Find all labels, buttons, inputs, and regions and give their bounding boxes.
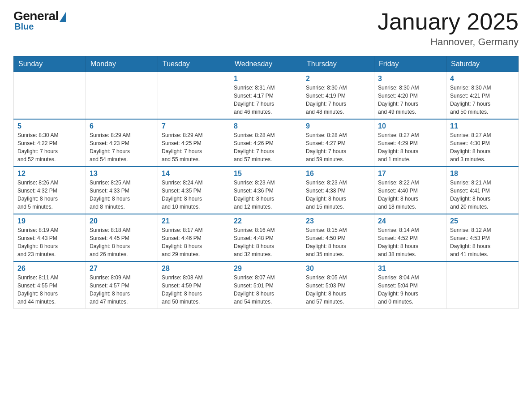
- day-info: Sunrise: 8:16 AM Sunset: 4:48 PM Dayligh…: [234, 226, 298, 258]
- calendar-cell: 28Sunrise: 8:08 AM Sunset: 4:59 PM Dayli…: [158, 261, 230, 309]
- calendar-cell: 19Sunrise: 8:19 AM Sunset: 4:43 PM Dayli…: [14, 214, 86, 261]
- calendar-cell: 27Sunrise: 8:09 AM Sunset: 4:57 PM Dayli…: [86, 261, 158, 309]
- day-number: 18: [450, 170, 515, 178]
- calendar-cell: 15Sunrise: 8:23 AM Sunset: 4:36 PM Dayli…: [230, 167, 302, 214]
- calendar-title: January 2025: [378, 9, 519, 34]
- calendar-cell: 25Sunrise: 8:12 AM Sunset: 4:53 PM Dayli…: [446, 214, 519, 261]
- day-number: 10: [378, 122, 442, 130]
- day-number: 24: [378, 217, 442, 225]
- day-number: 9: [306, 122, 370, 130]
- calendar-cell: 31Sunrise: 8:04 AM Sunset: 5:04 PM Dayli…: [374, 261, 446, 309]
- calendar-week-row: 19Sunrise: 8:19 AM Sunset: 4:43 PM Dayli…: [14, 214, 519, 261]
- day-info: Sunrise: 8:25 AM Sunset: 4:33 PM Dayligh…: [90, 179, 154, 211]
- calendar-header-row: SundayMondayTuesdayWednesdayThursdayFrid…: [14, 56, 519, 72]
- day-info: Sunrise: 8:23 AM Sunset: 4:38 PM Dayligh…: [306, 179, 370, 211]
- day-info: Sunrise: 8:12 AM Sunset: 4:53 PM Dayligh…: [450, 226, 515, 258]
- day-info: Sunrise: 8:26 AM Sunset: 4:32 PM Dayligh…: [17, 179, 82, 211]
- day-number: 28: [162, 265, 226, 273]
- day-number: 2: [306, 75, 370, 83]
- day-number: 1: [234, 75, 298, 83]
- day-info: Sunrise: 8:27 AM Sunset: 4:29 PM Dayligh…: [378, 131, 442, 163]
- day-number: 5: [17, 122, 82, 130]
- day-info: Sunrise: 8:29 AM Sunset: 4:23 PM Dayligh…: [90, 131, 154, 163]
- day-info: Sunrise: 8:30 AM Sunset: 4:22 PM Dayligh…: [17, 131, 82, 163]
- calendar-cell: 24Sunrise: 8:14 AM Sunset: 4:52 PM Dayli…: [374, 214, 446, 261]
- day-info: Sunrise: 8:15 AM Sunset: 4:50 PM Dayligh…: [306, 226, 370, 258]
- day-number: 29: [234, 265, 298, 273]
- day-of-week-header: Wednesday: [230, 56, 302, 72]
- day-number: 17: [378, 170, 442, 178]
- day-number: 22: [234, 217, 298, 225]
- calendar-cell: 7Sunrise: 8:29 AM Sunset: 4:25 PM Daylig…: [158, 119, 230, 167]
- day-number: 27: [90, 265, 154, 273]
- calendar-cell: 9Sunrise: 8:28 AM Sunset: 4:27 PM Daylig…: [302, 119, 374, 167]
- day-info: Sunrise: 8:18 AM Sunset: 4:45 PM Dayligh…: [90, 226, 154, 258]
- calendar-cell: 22Sunrise: 8:16 AM Sunset: 4:48 PM Dayli…: [230, 214, 302, 261]
- calendar-subtitle: Hannover, Germany: [378, 36, 519, 48]
- day-number: 11: [450, 122, 515, 130]
- calendar-cell: 4Sunrise: 8:30 AM Sunset: 4:21 PM Daylig…: [446, 72, 519, 120]
- day-number: 30: [306, 265, 370, 273]
- calendar-cell: 13Sunrise: 8:25 AM Sunset: 4:33 PM Dayli…: [86, 167, 158, 214]
- calendar-cell: 26Sunrise: 8:11 AM Sunset: 4:55 PM Dayli…: [14, 261, 86, 309]
- day-number: 7: [162, 122, 226, 130]
- day-info: Sunrise: 8:30 AM Sunset: 4:20 PM Dayligh…: [378, 84, 442, 116]
- calendar-week-row: 26Sunrise: 8:11 AM Sunset: 4:55 PM Dayli…: [14, 261, 519, 309]
- calendar-cell: 3Sunrise: 8:30 AM Sunset: 4:20 PM Daylig…: [374, 72, 446, 120]
- title-section: January 2025 Hannover, Germany: [378, 9, 519, 48]
- day-of-week-header: Friday: [374, 56, 446, 72]
- day-info: Sunrise: 8:21 AM Sunset: 4:41 PM Dayligh…: [450, 179, 515, 211]
- day-info: Sunrise: 8:29 AM Sunset: 4:25 PM Dayligh…: [162, 131, 226, 163]
- day-info: Sunrise: 8:23 AM Sunset: 4:36 PM Dayligh…: [234, 179, 298, 211]
- day-info: Sunrise: 8:08 AM Sunset: 4:59 PM Dayligh…: [162, 274, 226, 306]
- day-of-week-header: Sunday: [14, 56, 86, 72]
- day-number: 23: [306, 217, 370, 225]
- calendar-cell: [14, 72, 86, 120]
- calendar-cell: 20Sunrise: 8:18 AM Sunset: 4:45 PM Dayli…: [86, 214, 158, 261]
- day-of-week-header: Saturday: [446, 56, 519, 72]
- day-number: 20: [90, 217, 154, 225]
- day-of-week-header: Monday: [86, 56, 158, 72]
- day-number: 14: [162, 170, 226, 178]
- day-info: Sunrise: 8:31 AM Sunset: 4:17 PM Dayligh…: [234, 84, 298, 116]
- day-number: 25: [450, 217, 515, 225]
- calendar-cell: 8Sunrise: 8:28 AM Sunset: 4:26 PM Daylig…: [230, 119, 302, 167]
- logo-triangle-icon: [60, 12, 66, 22]
- day-info: Sunrise: 8:19 AM Sunset: 4:43 PM Dayligh…: [17, 226, 82, 258]
- day-info: Sunrise: 8:05 AM Sunset: 5:03 PM Dayligh…: [306, 274, 370, 306]
- day-number: 6: [90, 122, 154, 130]
- day-info: Sunrise: 8:30 AM Sunset: 4:21 PM Dayligh…: [450, 84, 515, 116]
- day-number: 16: [306, 170, 370, 178]
- day-number: 26: [17, 265, 82, 273]
- day-number: 4: [450, 75, 515, 83]
- day-info: Sunrise: 8:24 AM Sunset: 4:35 PM Dayligh…: [162, 179, 226, 211]
- logo: General Blue: [13, 9, 66, 32]
- day-info: Sunrise: 8:27 AM Sunset: 4:30 PM Dayligh…: [450, 131, 515, 163]
- calendar-cell: [446, 261, 519, 309]
- day-of-week-header: Thursday: [302, 56, 374, 72]
- calendar-cell: 10Sunrise: 8:27 AM Sunset: 4:29 PM Dayli…: [374, 119, 446, 167]
- calendar-cell: [158, 72, 230, 120]
- day-number: 8: [234, 122, 298, 130]
- day-info: Sunrise: 8:11 AM Sunset: 4:55 PM Dayligh…: [17, 274, 82, 306]
- page-header: General Blue January 2025 Hannover, Germ…: [13, 9, 519, 48]
- day-number: 31: [378, 265, 442, 273]
- calendar-cell: 11Sunrise: 8:27 AM Sunset: 4:30 PM Dayli…: [446, 119, 519, 167]
- day-info: Sunrise: 8:30 AM Sunset: 4:19 PM Dayligh…: [306, 84, 370, 116]
- calendar-table: SundayMondayTuesdayWednesdayThursdayFrid…: [13, 56, 519, 309]
- calendar-cell: 14Sunrise: 8:24 AM Sunset: 4:35 PM Dayli…: [158, 167, 230, 214]
- calendar-cell: 30Sunrise: 8:05 AM Sunset: 5:03 PM Dayli…: [302, 261, 374, 309]
- day-number: 13: [90, 170, 154, 178]
- day-info: Sunrise: 8:07 AM Sunset: 5:01 PM Dayligh…: [234, 274, 298, 306]
- day-number: 21: [162, 217, 226, 225]
- calendar-week-row: 12Sunrise: 8:26 AM Sunset: 4:32 PM Dayli…: [14, 167, 519, 214]
- day-number: 3: [378, 75, 442, 83]
- calendar-cell: 12Sunrise: 8:26 AM Sunset: 4:32 PM Dayli…: [14, 167, 86, 214]
- day-number: 19: [17, 217, 82, 225]
- calendar-cell: 5Sunrise: 8:30 AM Sunset: 4:22 PM Daylig…: [14, 119, 86, 167]
- day-info: Sunrise: 8:28 AM Sunset: 4:26 PM Dayligh…: [234, 131, 298, 163]
- day-number: 12: [17, 170, 82, 178]
- day-info: Sunrise: 8:14 AM Sunset: 4:52 PM Dayligh…: [378, 226, 442, 258]
- calendar-cell: 21Sunrise: 8:17 AM Sunset: 4:46 PM Dayli…: [158, 214, 230, 261]
- calendar-cell: 23Sunrise: 8:15 AM Sunset: 4:50 PM Dayli…: [302, 214, 374, 261]
